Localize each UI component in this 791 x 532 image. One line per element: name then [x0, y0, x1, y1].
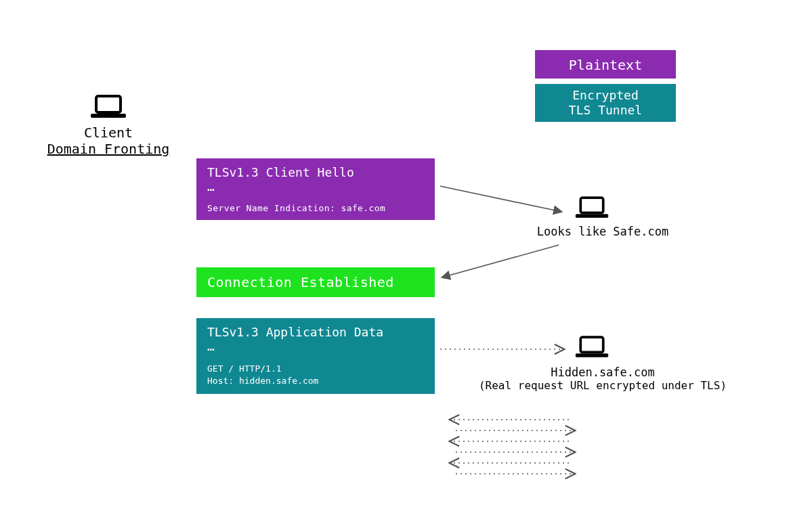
client-node: Client Domain Fronting — [41, 93, 176, 157]
tls-app-host: Host: hidden.safe.com — [207, 375, 424, 387]
connection-established-box: Connection Established — [196, 267, 435, 297]
laptop-icon — [89, 93, 127, 120]
diagram-canvas: Plaintext Encrypted TLS Tunnel Client Do… — [0, 0, 791, 532]
laptop-icon — [574, 195, 610, 221]
arrows-overlay — [0, 0, 791, 532]
tls-app-title: TLSv1.3 Application Data — [207, 325, 424, 339]
tls-hello-dots: … — [207, 179, 424, 194]
legend-encrypted-line2: TLS Tunnel — [546, 103, 665, 118]
svg-rect-2 — [580, 198, 603, 213]
legend-encrypted-line1: Encrypted — [546, 88, 665, 103]
arrow-safe-to-conn — [442, 245, 559, 278]
tls-hello-sni: Server Name Indication: safe.com — [207, 203, 424, 213]
laptop-icon — [574, 334, 610, 360]
hidden-node-label-wrap: Hidden.safe.com (Real request URL encryp… — [467, 365, 738, 392]
tls-client-hello-box: TLSv1.3 Client Hello … Server Name Indic… — [196, 158, 435, 220]
hidden-node-label: Hidden.safe.com — [467, 365, 738, 379]
svg-rect-3 — [576, 214, 608, 218]
legend-plaintext: Plaintext — [535, 50, 676, 79]
tls-app-data-box: TLSv1.3 Application Data … GET / HTTP/1.… — [196, 318, 435, 394]
tls-app-get: GET / HTTP/1.1 — [207, 363, 424, 375]
hidden-node — [574, 334, 610, 364]
svg-rect-1 — [91, 114, 126, 118]
client-label-2: Domain Fronting — [41, 141, 176, 157]
safe-node — [574, 195, 610, 225]
hidden-node-sub: (Real request URL encrypted under TLS) — [467, 379, 738, 392]
legend-encrypted: Encrypted TLS Tunnel — [535, 84, 676, 122]
safe-node-label: Looks like Safe.com — [528, 225, 677, 238]
tls-hello-title: TLSv1.3 Client Hello — [207, 165, 424, 179]
arrow-hello-to-safe — [440, 186, 562, 212]
client-label-1: Client — [41, 125, 176, 141]
dotted-exchange-arrows — [450, 420, 574, 474]
tls-app-dots: … — [207, 339, 424, 353]
svg-rect-4 — [580, 337, 603, 352]
svg-rect-5 — [576, 353, 608, 357]
svg-rect-0 — [96, 96, 121, 112]
tls-app-body: GET / HTTP/1.1 Host: hidden.safe.com — [207, 363, 424, 387]
